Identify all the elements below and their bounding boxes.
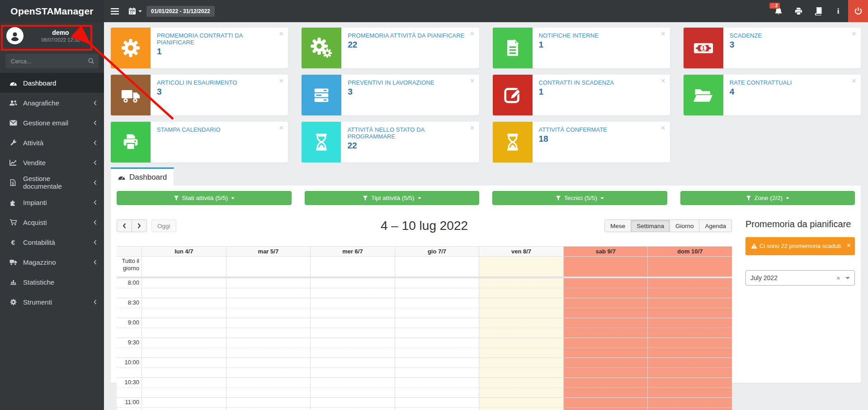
- calendar-slot-cell[interactable]: [310, 298, 395, 308]
- calendar-slot-cell[interactable]: [142, 367, 226, 377]
- calendar-slot-cell[interactable]: [479, 358, 563, 367]
- calendar-slot-cell[interactable]: [142, 387, 226, 397]
- calendar-allday-cell[interactable]: [479, 257, 563, 277]
- calendar-slot-cell[interactable]: [479, 278, 563, 288]
- calendar-slot-cell[interactable]: [310, 358, 395, 367]
- sidebar-item-strumenti[interactable]: Strumenti: [0, 292, 104, 312]
- sidebar-item-vendite[interactable]: Vendite: [0, 153, 104, 172]
- filter-tecnici[interactable]: Tecnici (5/5): [492, 191, 667, 205]
- calendar-slot-cell[interactable]: [310, 278, 395, 288]
- calendar-slot-cell[interactable]: [395, 397, 479, 407]
- close-icon[interactable]: ×: [279, 124, 283, 133]
- close-icon[interactable]: ×: [470, 29, 475, 38]
- sidebar-item-dashboard[interactable]: Dashboard: [0, 73, 104, 93]
- calendar-slot-cell[interactable]: [226, 397, 311, 407]
- calendar-slot-cell[interactable]: [142, 377, 226, 387]
- widget-title[interactable]: STAMPA CALENDARIO: [157, 126, 221, 133]
- calendar-slot-cell[interactable]: [563, 338, 648, 348]
- close-icon[interactable]: ×: [279, 29, 283, 38]
- view-giorno-button[interactable]: Giorno: [670, 219, 700, 232]
- calendar-slot-cell[interactable]: [310, 328, 395, 338]
- print-button[interactable]: [788, 0, 808, 22]
- calendar-slot-cell[interactable]: [310, 338, 395, 348]
- calendar-slot-cell[interactable]: [226, 278, 311, 288]
- calendar-slot-cell[interactable]: [226, 407, 311, 410]
- calendar-slot-cell[interactable]: [395, 348, 479, 358]
- filter-zone[interactable]: Zone (2/2): [680, 191, 855, 205]
- calendar-slot-cell[interactable]: [563, 318, 648, 328]
- sidebar-item-acquisti[interactable]: Acquisti: [0, 212, 104, 232]
- calendar-slot-cell[interactable]: [310, 318, 395, 328]
- info-button[interactable]: i: [828, 0, 848, 22]
- calendar-slot-cell[interactable]: [479, 298, 563, 308]
- search-input[interactable]: [5, 54, 99, 68]
- calendar-slot-cell[interactable]: [226, 288, 311, 298]
- calendar-slot-cell[interactable]: [310, 387, 395, 397]
- calendar-slot-cell[interactable]: [479, 407, 563, 410]
- calendar-allday-cell[interactable]: [647, 257, 732, 277]
- view-agenda-button[interactable]: Agenda: [699, 219, 732, 232]
- calendar-slot-cell[interactable]: [310, 397, 395, 407]
- calendar-slot-cell[interactable]: [563, 308, 648, 318]
- widget-title[interactable]: ATTIVITÀ NELLO STATO DA PROGRAMMARE: [347, 126, 472, 140]
- view-settimana-button[interactable]: Settimana: [631, 219, 670, 232]
- widget-title[interactable]: RATE CONTRATTUALI: [730, 79, 792, 86]
- calendar-slot-cell[interactable]: [563, 298, 648, 308]
- sidebar-item-contabilita[interactable]: € Contabilità: [0, 232, 104, 252]
- sidebar-item-impianti[interactable]: Impianti: [0, 192, 104, 212]
- calendar-slot-cell[interactable]: [226, 308, 311, 318]
- calendar-slot-cell[interactable]: [479, 397, 563, 407]
- calendar-slot-cell[interactable]: [563, 397, 648, 407]
- calendar-slot-cell[interactable]: [563, 278, 648, 288]
- calendar-slot-cell[interactable]: [647, 358, 732, 367]
- calendar-slot-cell[interactable]: [395, 338, 479, 348]
- widget-title[interactable]: PREVENTIVI IN LAVORAZIONE: [348, 79, 434, 86]
- calendar-slot-cell[interactable]: [647, 348, 732, 358]
- calendar-slot-cell[interactable]: [395, 288, 479, 298]
- calendar-slot-cell[interactable]: [479, 348, 563, 358]
- widget-title[interactable]: SCADENZE: [730, 32, 762, 39]
- close-icon[interactable]: ×: [852, 29, 856, 38]
- calendar-slot-cell[interactable]: [142, 278, 226, 288]
- sidebar-item-anagrafiche[interactable]: Anagrafiche: [0, 93, 104, 113]
- user-panel[interactable]: demo 08/07/2022 12:32: [0, 22, 104, 50]
- sidebar-item-gestione-email[interactable]: Gestione email: [0, 113, 104, 133]
- calendar-slot-cell[interactable]: [310, 407, 395, 410]
- calendar-slot-cell[interactable]: [142, 318, 226, 328]
- calendar-allday-cell[interactable]: [142, 257, 226, 277]
- filter-stati-attivita[interactable]: Stati attività (5/5): [117, 191, 292, 205]
- calendar-slot-cell[interactable]: [647, 338, 732, 348]
- calendar-slot-cell[interactable]: [479, 318, 563, 328]
- calendar-slot-cell[interactable]: [142, 298, 226, 308]
- calendar-slot-cell[interactable]: [142, 338, 226, 348]
- calendar-slot-cell[interactable]: [226, 377, 311, 387]
- calendar-slot-cell[interactable]: [563, 387, 648, 397]
- calendar-slot-cell[interactable]: [310, 308, 395, 318]
- calendar-slot-cell[interactable]: [310, 377, 395, 387]
- calendar-slot-cell[interactable]: [395, 358, 479, 367]
- close-icon[interactable]: ×: [470, 76, 475, 86]
- calendar-allday-cell[interactable]: [310, 257, 395, 277]
- calendar-slot-cell[interactable]: [142, 397, 226, 407]
- close-icon[interactable]: ×: [661, 76, 665, 86]
- calendar-slot-cell[interactable]: [395, 387, 479, 397]
- calendar-slot-cell[interactable]: [226, 298, 311, 308]
- calendar-slot-cell[interactable]: [395, 377, 479, 387]
- calendar-slot-cell[interactable]: [226, 367, 311, 377]
- calendar-today-button[interactable]: Oggi: [151, 219, 176, 232]
- calendar-slot-cell[interactable]: [226, 328, 311, 338]
- close-icon[interactable]: ×: [847, 240, 851, 250]
- calendar-dropdown-icon[interactable]: [126, 0, 145, 22]
- calendar-allday-cell[interactable]: [226, 257, 311, 277]
- calendar-slot-cell[interactable]: [142, 288, 226, 298]
- date-range-badge[interactable]: 01/01/2022 - 31/12/2022: [146, 6, 215, 17]
- close-icon[interactable]: ×: [470, 124, 475, 133]
- sidebar-item-attivita[interactable]: Attività: [0, 133, 104, 153]
- month-select[interactable]: July 2022 ×: [745, 270, 855, 286]
- calendar-slot-cell[interactable]: [479, 288, 563, 298]
- calendar-slot-cell[interactable]: [310, 348, 395, 358]
- widget-title[interactable]: PROMEMORIA CONTRATTI DA PIANIFICARE: [157, 32, 282, 46]
- sidebar-item-magazzino[interactable]: Magazzino: [0, 252, 104, 272]
- view-mese-button[interactable]: Mese: [604, 219, 631, 232]
- calendar-slot-cell[interactable]: [647, 298, 732, 308]
